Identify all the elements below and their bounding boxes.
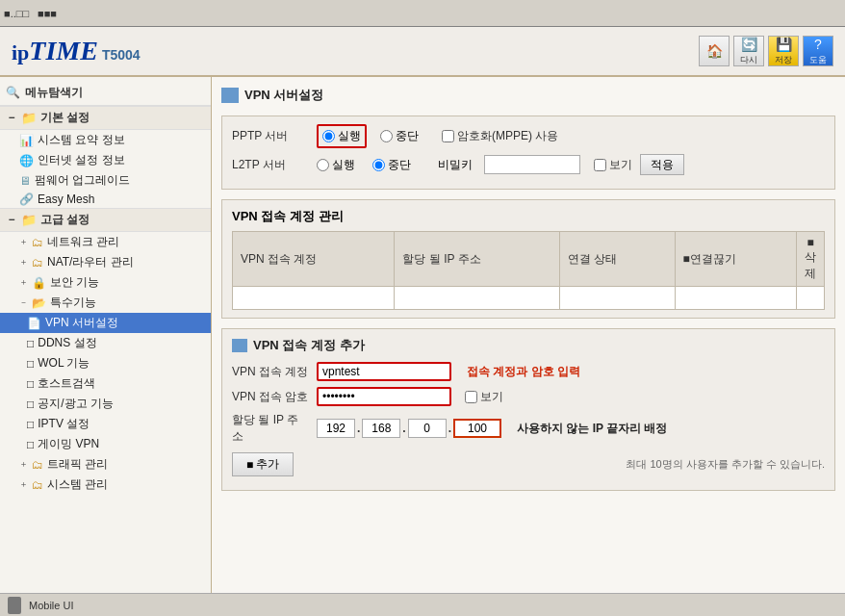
l2tp-run-radio[interactable] <box>317 159 329 171</box>
main-layout: 🔍 메뉴탐색기 － 📁 기본 설정 📊 시스템 요약 정보 🌐 인터넷 설정 정… <box>0 77 845 593</box>
sidebar-item-host-search[interactable]: □ 호스트검색 <box>0 373 211 394</box>
mobile-icon <box>8 597 21 614</box>
ip-dot2: . <box>402 422 405 435</box>
add-ip-label: 할당 될 IP 주소 <box>232 412 309 445</box>
security-label: 보안 기능 <box>50 274 99 291</box>
refresh-label: 다시 <box>740 54 757 66</box>
add-account-row: VPN 접속 계정 접속 계정과 암호 입력 <box>232 362 825 381</box>
table-empty-delete <box>797 287 825 310</box>
sidebar-item-vpn-server[interactable]: 📄 VPN 서버설정 <box>0 313 211 333</box>
sidebar-item-internet-settings[interactable]: 🌐 인터넷 설정 정보 <box>0 150 211 170</box>
sidebar-item-notice[interactable]: □ 공지/광고 기능 <box>0 394 211 414</box>
internet-settings-label: 인터넷 설정 정보 <box>38 152 125 168</box>
apply-button[interactable]: 적용 <box>640 154 684 175</box>
l2tp-run-label: 실행 <box>332 157 355 173</box>
mesh-icon: 🔗 <box>19 192 34 206</box>
secret-show-label[interactable]: 보기 <box>594 157 632 173</box>
panel-title: VPN 서버설정 <box>221 87 835 108</box>
plus-traffic-icon: ＋ <box>19 458 28 471</box>
header: ip TIME T5004 🏠 🔄 다시 💾 저장 ? 도움 <box>0 27 845 77</box>
statusbar: Mobile UI <box>0 593 845 616</box>
system-mgmt-label: 시스템 관리 <box>47 476 108 493</box>
sidebar-item-gaming-vpn[interactable]: □ 게이밍 VPN <box>0 434 211 454</box>
pptp-stop-radio[interactable] <box>380 130 393 142</box>
refresh-icon: 🔄 <box>741 37 757 52</box>
sidebar-item-easy-mesh[interactable]: 🔗 Easy Mesh <box>0 191 211 208</box>
system-summary-label: 시스템 요약 정보 <box>38 132 125 148</box>
sidebar-item-nat-router[interactable]: ＋ 🗂 NAT/라우터 관리 <box>0 252 211 272</box>
mppe-checkbox[interactable] <box>442 130 454 142</box>
ip-seg4-input[interactable] <box>453 419 501 438</box>
help-label: 도움 <box>809 54 827 66</box>
vpn-page-icon: 📄 <box>27 317 41 330</box>
vpn-server-title: VPN 서버설정 <box>244 87 323 104</box>
table-empty-disconnect <box>675 287 796 310</box>
sidebar-item-traffic-mgmt[interactable]: ＋ 🗂 트래픽 관리 <box>0 454 211 475</box>
sidebar: 🔍 메뉴탐색기 － 📁 기본 설정 📊 시스템 요약 정보 🌐 인터넷 설정 정… <box>0 77 212 593</box>
add-account-label: VPN 접속 계정 <box>232 364 309 380</box>
pptp-run-radio[interactable] <box>322 130 335 142</box>
panel-icon <box>221 88 239 103</box>
l2tp-stop-option[interactable]: 중단 <box>372 157 411 173</box>
statusbar-label: Mobile UI <box>29 600 73 611</box>
secret-show-checkbox[interactable] <box>594 159 606 171</box>
mppe-label[interactable]: 암호화(MPPE) 사용 <box>442 128 558 144</box>
logo-time: TIME <box>29 36 98 66</box>
ip-seg2-input[interactable] <box>362 419 400 438</box>
sidebar-item-system-mgmt[interactable]: ＋ 🗂 시스템 관리 <box>0 475 211 495</box>
l2tp-run-option[interactable]: 실행 <box>317 157 355 173</box>
globe-icon: 🌐 <box>19 154 34 167</box>
add-section-title: VPN 접속 계정 추가 <box>232 337 825 354</box>
refresh-button[interactable]: 🔄 다시 <box>733 36 764 66</box>
nat-icon: 🗂 <box>32 256 43 270</box>
sidebar-item-firmware[interactable]: 🖥 펌웨어 업그레이드 <box>0 170 211 191</box>
minus-spec-icon: － <box>19 296 28 309</box>
add-account-button[interactable]: ■ 추가 <box>232 452 294 476</box>
pptp-run-option[interactable]: 실행 <box>322 128 361 144</box>
sidebar-item-network-mgmt[interactable]: ＋ 🗂 네트워크 관리 <box>0 232 211 252</box>
vpn-accounts-title: VPN 접속 계정 관리 <box>232 208 825 225</box>
help-icon: ? <box>814 37 822 52</box>
pptp-stop-option[interactable]: 중단 <box>380 128 419 144</box>
table-header-ip: 할당 될 IP 주소 <box>395 232 560 287</box>
save-button[interactable]: 💾 저장 <box>768 36 799 66</box>
l2tp-stop-radio[interactable] <box>372 159 385 171</box>
l2tp-label: L2TP 서버 <box>232 157 309 173</box>
table-empty-ip <box>395 287 560 310</box>
password-input[interactable] <box>317 387 451 406</box>
table-header-disconnect: ■연결끊기 <box>675 232 796 287</box>
notice-page-icon: □ <box>27 398 34 411</box>
save-icon: 💾 <box>776 37 792 52</box>
ip-seg3-input[interactable] <box>408 419 447 438</box>
table-header-account: VPN 접속 계정 <box>233 232 395 287</box>
plus-sys-icon: ＋ <box>19 478 28 491</box>
sidebar-item-system-summary[interactable]: 📊 시스템 요약 정보 <box>0 130 211 150</box>
l2tp-stop-label: 중단 <box>388 157 411 173</box>
vpn-add-section: VPN 접속 계정 추가 VPN 접속 계정 접속 계정과 암호 입력 VPN … <box>221 328 835 491</box>
gaming-vpn-label: 게이밍 VPN <box>38 436 99 452</box>
wol-label: WOL 기능 <box>38 355 90 372</box>
account-input[interactable] <box>317 362 451 381</box>
password-show-checkbox[interactable] <box>465 391 477 403</box>
pptp-row: PPTP 서버 실행 중단 암호화(MPPE) 사용 <box>232 124 825 148</box>
secret-input[interactable] <box>484 155 580 174</box>
host-search-label: 호스트검색 <box>38 375 95 392</box>
sidebar-item-special-features[interactable]: － 📂 특수기능 <box>0 293 211 313</box>
iptv-page-icon: □ <box>27 418 34 431</box>
sidebar-item-iptv[interactable]: □ IPTV 설정 <box>0 414 211 434</box>
pptp-run-label: 실행 <box>338 128 361 144</box>
ddns-label: DDNS 설정 <box>38 335 96 351</box>
add-section-title-label: VPN 접속 계정 추가 <box>253 337 365 354</box>
home-button[interactable]: 🏠 <box>699 36 730 66</box>
help-button[interactable]: ? 도움 <box>803 36 833 66</box>
sidebar-item-ddns[interactable]: □ DDNS 설정 <box>0 333 211 353</box>
section-basic-settings[interactable]: － 📁 기본 설정 <box>0 106 211 130</box>
section-advanced-settings[interactable]: － 📁 고급 설정 <box>0 208 211 232</box>
password-show-label[interactable]: 보기 <box>465 389 503 405</box>
add-password-row: VPN 접속 암호 보기 <box>232 387 825 406</box>
ip-seg1-input[interactable] <box>317 419 355 438</box>
pptp-stop-label: 중단 <box>396 128 419 144</box>
special-features-label: 특수기능 <box>50 295 96 311</box>
sidebar-item-wol[interactable]: □ WOL 기능 <box>0 353 211 373</box>
sidebar-item-security[interactable]: ＋ 🔒 보안 기능 <box>0 272 211 293</box>
